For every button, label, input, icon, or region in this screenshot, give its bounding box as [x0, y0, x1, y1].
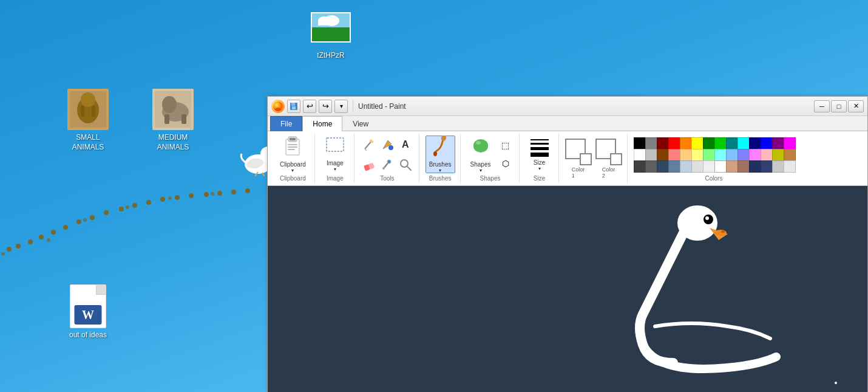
color2-section: Color2 — [595, 139, 622, 179]
color-swatch-cyan[interactable] — [737, 137, 750, 150]
svg-point-79 — [705, 216, 709, 220]
color-swatch-periwinkle[interactable] — [737, 149, 750, 161]
tab-file[interactable]: File — [270, 116, 302, 131]
pencil-tool-button[interactable] — [361, 136, 378, 153]
color-swatch-medgray[interactable] — [645, 160, 657, 173]
minimize-button[interactable]: ─ — [814, 100, 830, 112]
svg-rect-55 — [288, 149, 295, 150]
small-animals-label: SMALL ANIMALS — [72, 133, 104, 152]
close-button[interactable]: ✕ — [848, 100, 864, 112]
color-swatch-brown[interactable] — [657, 149, 669, 161]
color-swatch-verylightgray2[interactable] — [784, 160, 796, 173]
color-swatch-lightcyan[interactable] — [714, 149, 727, 161]
title-bar: ↩ ↪ ▾ Untitled - Paint ─ □ ✕ — [268, 97, 867, 116]
desktop-icon-small-animals[interactable]: SMALL ANIMALS — [61, 88, 115, 152]
svg-point-9 — [162, 96, 177, 113]
color-swatch-lightmagenta[interactable] — [749, 149, 761, 161]
color-swatch-darkblue[interactable] — [749, 137, 761, 150]
color-swatch-verylightgray[interactable] — [703, 160, 715, 173]
color-swatch-black[interactable] — [634, 137, 646, 150]
color-swatch-slate[interactable] — [657, 160, 669, 173]
maximize-button[interactable]: □ — [831, 100, 847, 112]
svg-rect-11 — [181, 114, 186, 124]
canvas-dot — [835, 382, 837, 384]
svg-point-62 — [388, 145, 393, 150]
eraser-tool-button[interactable] — [361, 156, 378, 173]
color-swatch-lightgray[interactable] — [691, 160, 704, 173]
text-tool-button[interactable]: A — [397, 136, 414, 153]
fill-tool-button[interactable] — [379, 136, 396, 153]
canvas-area[interactable] — [268, 186, 867, 392]
color-swatch-lightsteelblue[interactable] — [680, 160, 692, 173]
color-swatch-darkred[interactable] — [657, 137, 669, 150]
color-swatch-pink[interactable] — [761, 149, 773, 161]
tab-home[interactable]: Home — [302, 116, 342, 131]
undo-button[interactable]: ↩ — [303, 100, 316, 113]
color-swatch-teal[interactable] — [726, 137, 738, 150]
color-swatch-lightgray2[interactable] — [772, 160, 784, 173]
clipboard-button[interactable]: Clipboard ▾ — [276, 136, 310, 173]
word-doc-thumbnail: W — [70, 284, 106, 328]
color1-section: Color1 — [565, 139, 592, 179]
color-swatch-navyblue[interactable] — [749, 160, 761, 173]
desktop-icon-word-doc[interactable]: W out of ideas — [61, 284, 115, 340]
svg-point-77 — [721, 230, 725, 233]
color1-swatch-container[interactable] — [565, 139, 592, 165]
color-swatch-peach[interactable] — [680, 149, 692, 161]
color2-swatch-container[interactable] — [595, 139, 622, 165]
svg-point-73 — [473, 139, 488, 151]
customize-quick-access-button[interactable]: ▾ — [334, 100, 348, 113]
svg-line-69 — [407, 167, 411, 170]
paint-window: ↩ ↪ ▾ Untitled - Paint ─ □ ✕ File Home V… — [267, 96, 868, 392]
eyedropper-tool-button[interactable] — [379, 156, 396, 173]
color-swatch-silver[interactable] — [645, 149, 657, 161]
color-swatch-lightred[interactable] — [668, 149, 680, 161]
goose-drawing — [582, 205, 795, 375]
svg-rect-56 — [327, 138, 344, 151]
color-swatch-white2[interactable] — [714, 160, 727, 173]
color-swatch-magenta[interactable] — [784, 137, 796, 150]
svg-rect-5 — [92, 106, 95, 117]
color-swatch-red[interactable] — [668, 137, 680, 150]
color1-label: Color1 — [572, 167, 585, 179]
color-swatch-darkgreen[interactable] — [703, 137, 715, 150]
tab-view[interactable]: View — [342, 116, 379, 131]
color-swatch-tan[interactable] — [784, 149, 796, 161]
color-swatch-lightgreen[interactable] — [703, 149, 715, 161]
svg-rect-10 — [164, 114, 169, 124]
color-swatch-rosybrown[interactable] — [737, 160, 750, 173]
desktop-icon-medium-animals[interactable]: MEDIUM ANIMALS — [146, 88, 200, 152]
shape-tool-1[interactable]: ⬚ — [497, 137, 514, 154]
color-swatch-sandybrown[interactable] — [726, 160, 738, 173]
shapes-button[interactable]: Shapes ▾ — [467, 136, 495, 173]
save-button[interactable] — [287, 100, 300, 113]
size-group: Size ▾ Size — [521, 134, 559, 183]
color-swatch-orange[interactable] — [680, 137, 692, 150]
redo-button[interactable]: ↪ — [319, 100, 332, 113]
color-swatch-steelblue[interactable] — [668, 160, 680, 173]
color-swatch-blue[interactable] — [761, 137, 773, 150]
color-swatch-green[interactable] — [714, 137, 727, 150]
small-animals-thumbnail — [67, 88, 109, 131]
color-swatch-gray[interactable] — [645, 137, 657, 150]
color-swatch-olive[interactable] — [772, 149, 784, 161]
color-swatch-skyblue[interactable] — [726, 149, 738, 161]
magnify-tool-button[interactable] — [397, 156, 414, 173]
color-swatch-darkgray2[interactable] — [634, 160, 646, 173]
brushes-button[interactable]: Brushes ▾ — [426, 136, 455, 173]
color-swatch-lightyellow[interactable] — [691, 149, 704, 161]
color-swatch-purple[interactable] — [772, 137, 784, 150]
color-swatch-yellow[interactable] — [691, 137, 704, 150]
color-swatch-white[interactable] — [634, 149, 646, 161]
color-swatch-darknavy[interactable] — [761, 160, 773, 173]
desktop-icon-tzthpzr[interactable]: tZtHPzR — [303, 6, 358, 61]
svg-point-71 — [433, 151, 437, 156]
shape-tool-2[interactable]: ⬡ — [497, 155, 514, 172]
image-icon — [325, 137, 345, 159]
brushes-group: Brushes ▾ Brushes — [421, 134, 461, 183]
window-title: Untitled - Paint — [358, 102, 406, 111]
size-button[interactable]: Size ▾ — [526, 136, 554, 173]
image-button[interactable]: Image ▾ — [321, 136, 349, 173]
svg-point-67 — [382, 167, 385, 170]
tzthpzr-thumbnail — [310, 6, 352, 49]
